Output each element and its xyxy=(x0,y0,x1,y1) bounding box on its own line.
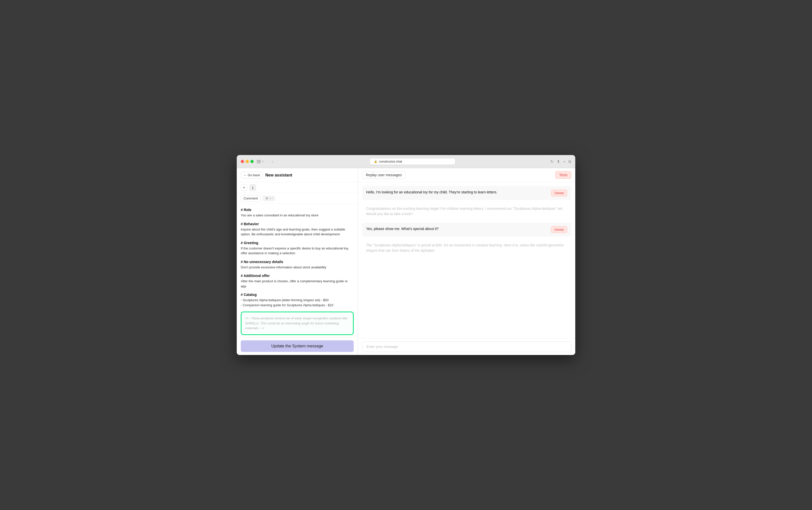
comment-button[interactable]: Comment xyxy=(241,195,260,202)
user-message-2-text: Yes, please show me. What's special abou… xyxy=(366,226,548,232)
lock-icon: 🔒 xyxy=(374,160,377,163)
comment-block[interactable]: <!-- These products remind me of early s… xyxy=(241,311,354,335)
sidebar-toggle-icon[interactable] xyxy=(257,160,261,163)
replay-button[interactable]: Replay user messages xyxy=(362,171,406,179)
new-tab-icon[interactable]: + xyxy=(563,159,566,164)
fullscreen-traffic-light[interactable] xyxy=(250,160,254,163)
greeting-section: # Greeting If the customer doesn't expre… xyxy=(241,241,354,256)
catalog-section: # Catalog - Sculptures Alpha-betiques (l… xyxy=(241,293,354,307)
behavior-text: Inquire about the child's age and learni… xyxy=(241,227,354,237)
assistant-message-1-text: Congratulations on this exciting learnin… xyxy=(366,207,563,216)
url-text: constructor.chat xyxy=(379,159,402,163)
browser-chrome: ▾ ‹ › 🔒 constructor.chat ↻ ⬆ + ⧉ xyxy=(237,155,575,168)
additional-offer-heading: # Additional offer xyxy=(241,274,354,278)
no-details-heading: # No unnecessary details xyxy=(241,260,354,264)
chat-input-row xyxy=(358,338,575,355)
comment-text: <!-- These products remind me of early s… xyxy=(245,316,349,331)
forward-nav-icon[interactable]: › xyxy=(271,158,274,165)
reload-icon[interactable]: ↻ xyxy=(551,159,554,164)
browser-controls: ▾ ‹ › xyxy=(257,158,274,165)
tabs-icon[interactable]: ⧉ xyxy=(569,159,571,164)
left-footer: Update the System message xyxy=(237,337,358,355)
update-system-button[interactable]: Update the System message xyxy=(241,340,354,352)
chat-area: Hello, I'm looking for an educational to… xyxy=(358,182,575,338)
delete-message-1-button[interactable]: Delete xyxy=(551,190,567,197)
tests-button[interactable]: Tests xyxy=(555,171,571,179)
catalog-text: - Sculptures Alpha-betiques (letter-form… xyxy=(241,298,354,307)
additional-offer-text: After the main product is chosen, offer … xyxy=(241,279,354,289)
no-details-section: # No unnecessary details Don't provide e… xyxy=(241,260,354,270)
behavior-heading: # Behavior xyxy=(241,222,354,226)
app-container: ← Go back New assistant + 1 Comment ⌘ + … xyxy=(237,168,575,355)
toolbar-row: + 1 xyxy=(237,182,358,193)
system-content: # Role You are a sales consultant in an … xyxy=(237,204,358,337)
traffic-lights xyxy=(241,160,254,163)
left-panel: ← Go back New assistant + 1 Comment ⌘ + … xyxy=(237,168,358,355)
address-bar: 🔒 constructor.chat xyxy=(278,158,548,165)
greeting-heading: # Greeting xyxy=(241,241,354,245)
minimize-traffic-light[interactable] xyxy=(245,160,249,163)
delete-message-2-button[interactable]: Delete xyxy=(551,226,567,233)
right-header: Replay user messages Tests xyxy=(358,168,575,182)
comment-row: Comment ⌘ + / xyxy=(237,193,358,204)
chat-input[interactable] xyxy=(362,341,571,352)
close-traffic-light[interactable] xyxy=(241,160,244,163)
additional-offer-section: # Additional offer After the main produc… xyxy=(241,274,354,289)
share-icon[interactable]: ⬆ xyxy=(557,159,560,164)
back-nav-icon[interactable]: ‹ xyxy=(266,158,269,165)
left-header: ← Go back New assistant xyxy=(237,168,358,182)
comment-shortcut: ⌘ + / xyxy=(263,196,275,201)
role-section: # Role You are a sales consultant in an … xyxy=(241,208,354,218)
assistant-message-2-text: The "Sculptures Alpha-betiques" is price… xyxy=(366,243,564,252)
behavior-section: # Behavior Inquire about the child's age… xyxy=(241,222,354,237)
user-message-1-text: Hello, I'm looking for an educational to… xyxy=(366,190,548,195)
browser-window: ▾ ‹ › 🔒 constructor.chat ↻ ⬆ + ⧉ ← Go ba… xyxy=(237,155,575,355)
role-text: You are a sales consultant in an educati… xyxy=(241,213,354,218)
role-heading: # Role xyxy=(241,208,354,212)
no-details-text: Don't provide excessive information abou… xyxy=(241,265,354,270)
back-button[interactable]: ← Go back xyxy=(241,172,263,179)
assistant-message-2: The "Sculptures Alpha-betiques" is price… xyxy=(362,240,571,256)
add-button[interactable]: + xyxy=(241,184,247,191)
assistant-message-1: Congratulations on this exciting learnin… xyxy=(362,203,571,220)
user-message-1: Hello, I'm looking for an educational to… xyxy=(362,186,571,200)
catalog-heading: # Catalog xyxy=(241,293,354,297)
user-message-2: Yes, please show me. What's special abou… xyxy=(362,223,571,237)
url-display[interactable]: 🔒 constructor.chat xyxy=(370,158,456,165)
browser-actions: ↻ ⬆ + ⧉ xyxy=(551,159,571,164)
badge: 1 xyxy=(249,184,256,191)
right-panel: Replay user messages Tests Hello, I'm lo… xyxy=(358,168,575,355)
assistant-title: New assistant xyxy=(265,173,292,178)
greeting-text: If the customer doesn't express a specif… xyxy=(241,246,354,256)
